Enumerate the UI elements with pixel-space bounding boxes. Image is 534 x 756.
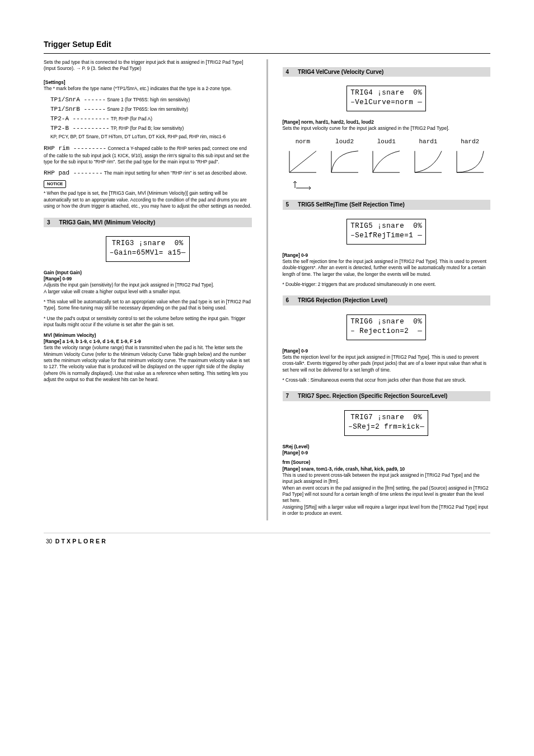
curve-hard1-label: hard1 — [409, 138, 448, 146]
column-divider — [266, 59, 268, 520]
curve-norm-icon — [287, 148, 319, 175]
mvl-range: [Range] a 1-9, b 1-9, c 1-9, d 1-9, E 1-… — [44, 339, 252, 345]
srej-range: [Range] 0-9 — [283, 450, 491, 456]
axis-arrows-icon — [292, 180, 314, 190]
lbl-tp1a: TP1/SnrA ------ — [50, 96, 106, 103]
left-column: Sets the pad type that is connected to t… — [44, 59, 252, 520]
s3-num: 3 — [44, 218, 56, 228]
desc-tp1b: Snare 2 (for TP65S: low rim sensitivity) — [107, 106, 188, 112]
frm-label: frm (Source) — [283, 459, 491, 466]
s7-num: 7 — [283, 391, 295, 401]
lbl-tp2b: TP2-B ---------- — [50, 125, 110, 132]
gain-range: [Range] 0-99 — [44, 276, 252, 282]
section4-header: 4 TRIG4 VelCurve (Velocity Curve) — [283, 67, 491, 77]
frm-range: [Range] snare, tom1-3, ride, crash, hiha… — [283, 466, 491, 472]
lbl-tp1b: TP1/SnrB ------ — [50, 106, 106, 112]
s5-range: [Range] 0-9 — [283, 252, 491, 259]
notice-body: * When the pad type is set, the [TRIG3 G… — [44, 190, 252, 209]
s3-title: TRIG3 Gain, MVl (Minimum Velocity) — [56, 218, 252, 228]
s6-num: 6 — [283, 295, 295, 306]
curve-hard1-icon — [412, 148, 444, 175]
gain-body: Adjusts the input gain (sensitivity) for… — [44, 282, 252, 295]
desc-rhppad: The main input setting for when "RHP rim… — [104, 170, 247, 176]
settings-label: [Settings] — [44, 79, 65, 85]
right-column: 4 TRIG4 VelCurve (Velocity Curve) TRIG4 … — [283, 59, 491, 520]
settings-list: TP1/SnrA ------ Snare 1 (for TP65S: high… — [50, 96, 252, 140]
s5-num: 5 — [283, 200, 295, 210]
intro-para: Sets the pad type that is connected to t… — [44, 59, 252, 72]
notice-badge: NOTICE — [44, 180, 66, 188]
curve-loud1-icon — [370, 148, 402, 175]
curve-loud1-label: loud1 — [367, 138, 406, 146]
lcd-trig6: TRIG6 ¡snare 0% – Rejection=2 — — [346, 314, 426, 340]
s5-title: TRIG5 SelfRejTime (Self Rejection Time) — [294, 200, 490, 210]
curve-loud2-icon — [329, 148, 361, 175]
lbl-rhppad: RHP pad -------- — [44, 170, 103, 176]
mvl-label: MVl (Minimum Velocity) — [44, 332, 252, 339]
s7-body: This is used to prevent cross-talk betwe… — [283, 472, 491, 516]
s6-title: TRIG6 Rejection (Rejection Level) — [294, 295, 490, 306]
lbl-rhprim: RHP rim --------- — [44, 145, 106, 152]
curve-hard2-icon — [454, 148, 486, 175]
desc-tp2a: TP, RHP (for Pad A) — [111, 116, 152, 121]
s6-foot: * Cross-talk : Simultaneous events that … — [283, 377, 491, 383]
gain-label: Gain (Input Gain) — [44, 270, 252, 276]
lcd-trig5: TRIG5 ¡snare 0% –SelfRejTime=1 — — [346, 219, 426, 245]
s5-body: Sets the self rejection time for the inp… — [283, 259, 491, 278]
mvl-body: Sets the velocity range (volume range) t… — [44, 345, 252, 383]
section6-header: 6 TRIG6 Rejection (Rejection Level) — [283, 295, 491, 306]
desc-tp2b: TP, RHP (for Pad B; low sensitivity) — [111, 125, 184, 131]
page-number: 30 — [46, 538, 52, 546]
lcd-trig3: TRIG3 ¡snare 0% –Gain=65MVl= a15— — [106, 236, 190, 262]
divider-bottom — [44, 533, 490, 533]
s6-body: Sets the rejection level for the input j… — [283, 354, 491, 373]
section3-header: 3 TRIG3 Gain, MVl (Minimum Velocity) — [44, 218, 252, 228]
curve-norm-label: norm — [284, 138, 322, 146]
s5-foot: * Double-trigger: 2 triggers that are pr… — [283, 281, 491, 288]
s4-title: TRIG4 VelCurve (Velocity Curve) — [294, 67, 490, 77]
curve-loud2-label: loud2 — [325, 138, 364, 146]
section7-header: 7 TRIG7 Spec. Rejection (Specific Reject… — [283, 391, 491, 401]
lcd-trig4: TRIG4 ¡snare 0% –VelCurve=norm — — [346, 86, 426, 111]
srej-label: SRej (Level) — [283, 444, 491, 450]
s4-num: 4 — [283, 67, 295, 77]
lcd-trig7: TRIG7 ¡snare 0% –SRej=2 frm=kick— — [344, 410, 428, 436]
lbl-tp2a: TP2-A ---------- — [50, 115, 110, 122]
divider-top — [44, 53, 490, 54]
s6-range: [Range] 0-9 — [283, 348, 491, 354]
desc-tp1a: Snare 1 (for TP65S: high rim sensitivity… — [107, 97, 190, 102]
section5-header: 5 TRIG5 SelfRejTime (Self Rejection Time… — [283, 200, 491, 210]
brand-logo: DTXPLORER — [55, 538, 107, 546]
s7-title: TRIG7 Spec. Rejection (Specific Rejectio… — [294, 391, 490, 401]
s4-range: [Range] norm, hard1, hard2, loud1, loud2 — [283, 119, 491, 125]
s4-body: Sets the input velocity curve for the in… — [283, 125, 491, 132]
settings-tail: KP, PCY, BP, DT Snare, DT HiTom, DT LoTo… — [50, 134, 252, 140]
page-title: Trigger Setup Edit — [44, 39, 490, 50]
settings-body: The * mark before the type name (*TP1/Sn… — [44, 86, 252, 92]
velocity-curve-graphs: norm loud2 loud1 hard1 hard2 — [284, 138, 490, 177]
gain-star1: * This value will be automatically set t… — [44, 299, 252, 312]
gain-star2: * Use the pad's output or sensitivity co… — [44, 316, 252, 328]
curve-hard2-label: hard2 — [451, 138, 489, 146]
footer-bar: 30 DTXPLORER — [44, 538, 490, 546]
